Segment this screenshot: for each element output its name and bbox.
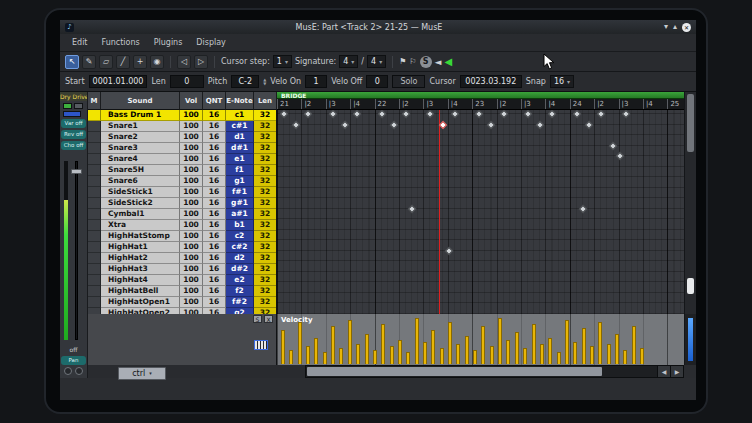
table-row[interactable]: Snare310016d#132 xyxy=(88,143,276,154)
drum-note[interactable] xyxy=(444,247,452,255)
drum-note[interactable] xyxy=(573,110,581,118)
scroll-right-icon[interactable]: ▶ xyxy=(670,366,683,377)
velocity-scrollbar[interactable] xyxy=(684,314,696,365)
snap-combo[interactable]: 16 ▾ xyxy=(550,75,574,88)
pencil-tool[interactable]: ✎ xyxy=(82,55,96,69)
velocity-bar[interactable] xyxy=(415,318,419,364)
velocity-bar[interactable] xyxy=(473,350,477,364)
drum-note[interactable] xyxy=(609,142,617,150)
velocity-bar[interactable] xyxy=(515,332,519,364)
table-row[interactable]: Snare110016c#132 xyxy=(88,121,276,132)
drum-note[interactable] xyxy=(341,120,349,128)
close-icon[interactable]: ✕ xyxy=(682,23,691,32)
punch-out-icon[interactable]: ⚐ xyxy=(409,57,416,66)
drum-note[interactable] xyxy=(536,120,544,128)
velocity-bar[interactable] xyxy=(373,350,377,364)
table-row[interactable]: HighHat410016e232 xyxy=(88,275,276,286)
velocity-bar[interactable] xyxy=(298,322,302,364)
send-knob-rev[interactable]: Rev off xyxy=(61,130,86,139)
send-knob-cho[interactable]: Cho off xyxy=(61,141,86,150)
table-row[interactable]: Snare5H10016f132 xyxy=(88,165,276,176)
velocity-bar[interactable] xyxy=(598,322,602,364)
timeline-ruler[interactable]: BRIDGE 21|2|3|422|2|3|423|2|3|424|2|3|42… xyxy=(277,92,684,110)
drum-note[interactable] xyxy=(377,110,385,118)
minimize-icon[interactable]: ▾ xyxy=(664,22,668,32)
table-row[interactable]: HighHatBell10016f232 xyxy=(88,286,276,297)
table-row[interactable]: HighHatStomp10016c232 xyxy=(88,231,276,242)
drum-note[interactable] xyxy=(292,120,300,128)
midi-in-speaker-icon[interactable]: ◄ xyxy=(435,57,442,67)
drum-note[interactable] xyxy=(487,120,495,128)
table-row[interactable]: Xtra10016b132 xyxy=(88,220,276,231)
velocity-close-button[interactable]: X xyxy=(264,315,273,323)
menu-item-display[interactable]: Display xyxy=(190,36,232,49)
velocity-bar[interactable] xyxy=(440,348,444,364)
menu-item-plugins[interactable]: Plugins xyxy=(148,36,189,49)
drum-note[interactable] xyxy=(280,110,288,118)
drum-note[interactable] xyxy=(615,152,623,160)
velocity-bar[interactable] xyxy=(490,346,494,364)
listen-tool[interactable]: ◉ xyxy=(150,55,164,69)
cursor-step-combo[interactable]: 1 ▾ xyxy=(273,55,292,68)
drum-note[interactable] xyxy=(402,110,410,118)
maximize-icon[interactable]: ▴ xyxy=(673,22,677,32)
velocity-bar[interactable] xyxy=(481,326,485,364)
punch-in-icon[interactable]: ⚑ xyxy=(399,57,406,66)
column-header-m[interactable]: M xyxy=(88,92,101,110)
velocity-bar[interactable] xyxy=(506,340,510,364)
drum-note[interactable] xyxy=(408,205,416,213)
table-row[interactable]: HighHatOpen110016f#232 xyxy=(88,297,276,308)
velocity-bar[interactable] xyxy=(381,324,385,364)
cursor-entry-tool[interactable]: + xyxy=(133,55,147,69)
velo-off-field[interactable]: 0 xyxy=(366,75,388,88)
velocity-bar[interactable] xyxy=(356,344,360,364)
next-part-button[interactable]: ▷ xyxy=(194,55,208,69)
velocity-bar[interactable] xyxy=(523,348,527,364)
table-row[interactable]: SideStick110016f#132 xyxy=(88,187,276,198)
drum-note[interactable] xyxy=(548,110,556,118)
config-icon[interactable] xyxy=(75,367,83,375)
velocity-bar[interactable] xyxy=(289,350,293,364)
velocity-bar[interactable] xyxy=(557,352,561,364)
velocity-bar[interactable] xyxy=(306,346,310,364)
splitter-grip[interactable] xyxy=(687,278,694,294)
velocity-bar[interactable] xyxy=(573,342,577,364)
len-field[interactable]: 0 xyxy=(170,75,204,88)
velocity-bar[interactable] xyxy=(390,346,394,364)
column-header-len[interactable]: Len xyxy=(254,92,277,110)
velocity-bar[interactable] xyxy=(615,334,619,364)
table-row[interactable]: SideStick210016g#132 xyxy=(88,198,276,209)
drum-note[interactable] xyxy=(597,110,605,118)
velocity-bar[interactable] xyxy=(448,322,452,364)
pitch-field[interactable]: C-2 xyxy=(231,75,259,88)
velo-on-field[interactable]: 1 xyxy=(305,75,327,88)
play-events-icon[interactable]: ◀ xyxy=(444,56,452,67)
eraser-tool[interactable]: ▱ xyxy=(99,55,113,69)
velocity-bar[interactable] xyxy=(540,344,544,364)
pointer-tool[interactable]: ↖ xyxy=(65,55,79,69)
menu-item-functions[interactable]: Functions xyxy=(96,36,146,49)
solo-button[interactable]: Solo xyxy=(392,75,425,88)
drum-note[interactable] xyxy=(451,110,459,118)
track-name-label[interactable]: Dry Drivel xyxy=(60,92,87,101)
vertical-scrollbar[interactable] xyxy=(684,92,696,314)
keyboard-icon[interactable] xyxy=(254,340,268,350)
column-header-qnt[interactable]: QNT xyxy=(203,92,226,110)
prev-part-button[interactable]: ◁ xyxy=(177,55,191,69)
drum-note[interactable] xyxy=(499,110,507,118)
velocity-bar[interactable] xyxy=(398,340,402,364)
velocity-bar[interactable] xyxy=(431,330,435,364)
velocity-bar[interactable] xyxy=(582,328,586,364)
table-row[interactable]: Snare410016e132 xyxy=(88,154,276,165)
velocity-bar[interactable] xyxy=(423,342,427,364)
column-header-e-note[interactable]: E-Note xyxy=(226,92,254,110)
volume-slider-handle[interactable] xyxy=(71,169,82,174)
drum-note[interactable] xyxy=(304,110,312,118)
column-header-sound[interactable]: Sound xyxy=(101,92,180,110)
drum-note[interactable] xyxy=(390,120,398,128)
signature-num-combo[interactable]: 4 ▾ xyxy=(339,55,358,68)
velocity-bar[interactable] xyxy=(314,338,318,364)
pitch-spinner[interactable]: ▲▼ xyxy=(263,78,266,86)
velocity-bar[interactable] xyxy=(548,338,552,364)
velocity-bar[interactable] xyxy=(640,348,644,364)
